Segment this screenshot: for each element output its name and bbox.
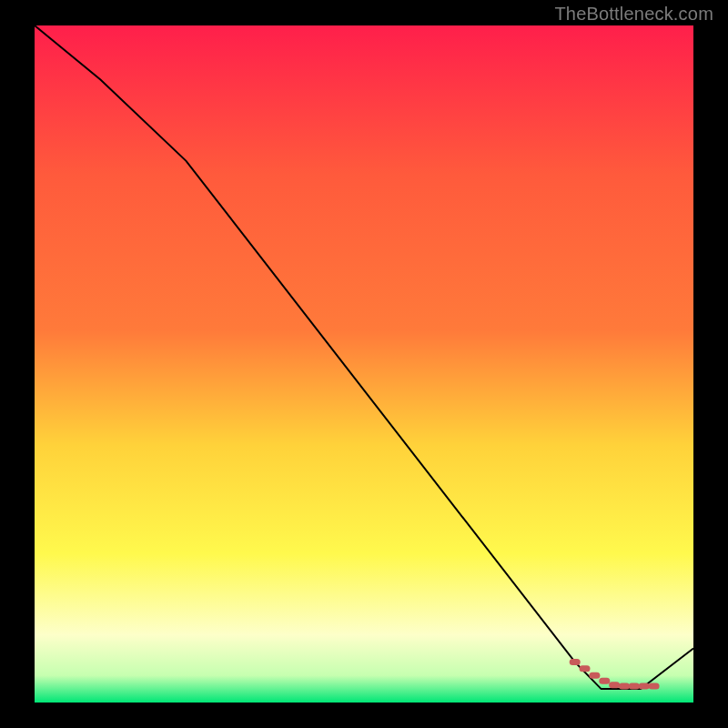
gradient-plot-area [35,25,693,703]
sweet-spot-dot [649,683,660,690]
chart-svg [0,0,728,728]
sweet-spot-dot [599,678,610,684]
sweet-spot-dot [639,683,650,690]
sweet-spot-dot [609,682,620,688]
sweet-spot-dot [629,683,640,690]
chart-container: TheBottleneck.com [0,0,728,728]
watermark-text: TheBottleneck.com [554,4,713,25]
sweet-spot-dot [619,683,630,690]
sweet-spot-dot [580,665,591,672]
sweet-spot-dot [570,659,581,665]
sweet-spot-dot [589,672,600,679]
